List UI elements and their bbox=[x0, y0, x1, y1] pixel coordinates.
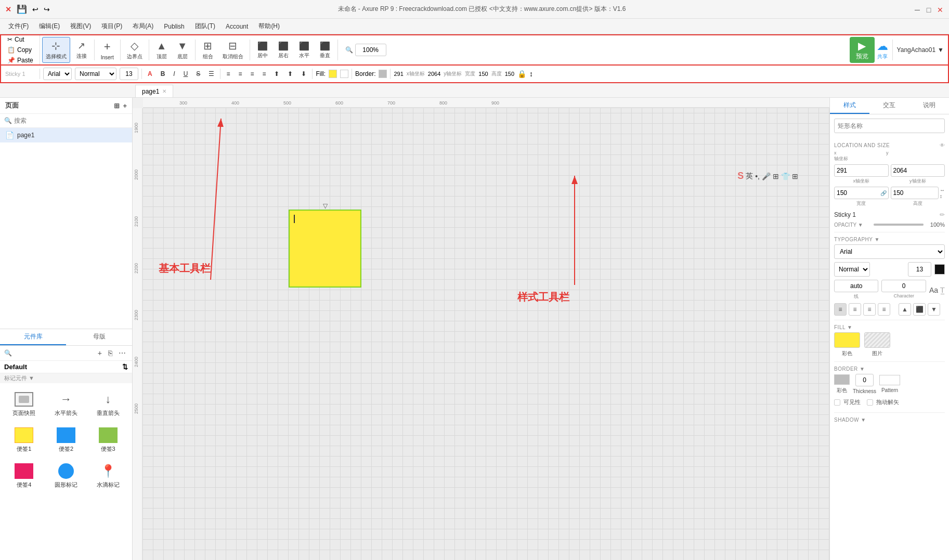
menu-edit[interactable]: 编辑(E) bbox=[35, 20, 64, 32]
redo-icon[interactable]: ↪ bbox=[44, 5, 50, 14]
comp-sticky2[interactable]: 便签2 bbox=[46, 423, 86, 457]
close-button[interactable]: ✕ bbox=[937, 6, 944, 13]
height-input[interactable] bbox=[891, 187, 939, 199]
user-dropdown-icon[interactable]: ▼ bbox=[938, 46, 944, 54]
comp-sticky4[interactable]: 便签4 bbox=[4, 459, 44, 493]
pages-add-icon[interactable]: + bbox=[123, 102, 127, 110]
menu-layout[interactable]: 布局(A) bbox=[128, 20, 158, 32]
comp-drop-marker[interactable]: 📍 水滴标记 bbox=[88, 459, 128, 493]
sticky-edit-icon[interactable]: ✏ bbox=[940, 211, 945, 218]
menu-file[interactable]: 文件(F) bbox=[4, 20, 33, 32]
zoom-input[interactable] bbox=[355, 44, 386, 56]
connect-button[interactable]: ↗ 连接 bbox=[72, 37, 91, 63]
comp-more-icon[interactable]: ⋯ bbox=[116, 348, 128, 358]
minimize-button[interactable]: ─ bbox=[914, 6, 921, 13]
x-coord-input[interactable] bbox=[834, 164, 889, 177]
component-search-input[interactable] bbox=[14, 349, 96, 357]
font-size-right-input[interactable] bbox=[908, 262, 931, 277]
comp-add-icon[interactable]: + bbox=[96, 348, 104, 358]
text-align-right[interactable]: ≡ bbox=[248, 69, 256, 79]
case-icon[interactable]: Aa bbox=[929, 286, 938, 294]
format-icon[interactable]: T̲ bbox=[940, 286, 945, 294]
opacity-slider[interactable] bbox=[874, 224, 924, 226]
tab-interaction[interactable]: 交互 bbox=[869, 98, 909, 114]
valign-top-btn[interactable]: ▲ bbox=[899, 303, 911, 316]
canvas-content[interactable]: 基本工具栏 样式工具栏 S 英 •, 🎤 ⊞ 👕 ⊞ bbox=[143, 108, 829, 560]
fill-opacity-swatch[interactable] bbox=[340, 70, 348, 78]
comp-copy-icon[interactable]: ⎘ bbox=[106, 348, 114, 358]
border-thickness-input[interactable] bbox=[855, 374, 874, 386]
tab-notes[interactable]: 说明 bbox=[909, 98, 949, 114]
menu-account[interactable]: Account bbox=[222, 21, 252, 32]
list-button[interactable]: ☰ bbox=[206, 69, 217, 79]
bottom-layer-button[interactable]: ▼ 底层 bbox=[173, 37, 192, 63]
visibility-icon[interactable]: 👁 bbox=[940, 142, 945, 148]
italic-button[interactable]: I bbox=[171, 69, 177, 79]
valign-mid-btn[interactable]: ⬛ bbox=[913, 303, 926, 316]
comp-v-arrow[interactable]: ↓ 垂直箭头 bbox=[88, 387, 128, 421]
font-color-button[interactable]: A bbox=[145, 69, 155, 79]
align-right-text-btn[interactable]: ≡ bbox=[863, 303, 876, 316]
underline-button[interactable]: U bbox=[181, 69, 191, 79]
preview-button[interactable]: ▶ 预览 bbox=[850, 37, 875, 63]
valign-bot-btn[interactable]: ▼ bbox=[928, 303, 940, 316]
menu-help[interactable]: 帮助(H) bbox=[254, 20, 284, 32]
visibility-checkbox[interactable] bbox=[834, 399, 840, 406]
share-button[interactable]: ☁ 共享 bbox=[877, 37, 888, 63]
page1-tab[interactable]: page1 ✕ bbox=[135, 85, 173, 97]
align-center-button[interactable]: ⬛ 居右 bbox=[274, 37, 293, 63]
font-family-right-select[interactable]: Arial bbox=[834, 244, 945, 259]
text-align-justify[interactable]: ≡ bbox=[259, 69, 268, 79]
page1-tab-close[interactable]: ✕ bbox=[162, 88, 166, 94]
align-left-text-btn[interactable]: ≡ bbox=[834, 303, 847, 316]
comp-circle-marker[interactable]: 圆形标记 bbox=[46, 459, 86, 493]
pages-search-input[interactable] bbox=[14, 117, 128, 124]
comp-h-arrow[interactable]: → 水平箭头 bbox=[46, 387, 86, 421]
y-coord-input[interactable] bbox=[891, 164, 945, 177]
edge-point-button[interactable]: ◇ 边界点 bbox=[124, 37, 146, 63]
fill-color-option[interactable]: 彩色 bbox=[834, 332, 860, 357]
select-mode-button[interactable]: ⊹ 选择模式 bbox=[42, 37, 70, 63]
char-spacing-input[interactable] bbox=[881, 280, 926, 292]
lock-ratio-icon[interactable]: 🔒 bbox=[517, 70, 526, 78]
text-valign-bot[interactable]: ⬇ bbox=[298, 69, 309, 79]
line-spacing-input[interactable] bbox=[834, 280, 878, 292]
align-left-button[interactable]: ⬛ 居中 bbox=[253, 37, 272, 63]
resize-icon[interactable]: ↕ bbox=[529, 70, 533, 78]
paste-button[interactable]: 📌 Paste bbox=[5, 56, 35, 65]
text-valign-top[interactable]: ⬆ bbox=[271, 69, 282, 79]
border-color-option[interactable]: 彩色 bbox=[834, 374, 850, 394]
insert-button[interactable]: + Insert bbox=[98, 37, 117, 63]
comp-sticky1[interactable]: 便签1 bbox=[4, 423, 44, 457]
font-style-select[interactable]: Normal bbox=[75, 68, 116, 80]
text-align-center[interactable]: ≡ bbox=[236, 69, 244, 79]
expand-icon[interactable]: ↔ bbox=[940, 187, 945, 193]
tab-style[interactable]: 样式 bbox=[830, 98, 869, 114]
menu-view[interactable]: 视图(V) bbox=[66, 20, 95, 32]
font-family-select[interactable]: Arial bbox=[43, 68, 72, 80]
text-align-left[interactable]: ≡ bbox=[224, 69, 232, 79]
lock-aspect-icon[interactable]: 🔗 bbox=[880, 190, 887, 196]
library-dropdown[interactable]: Default ⇅ bbox=[0, 361, 132, 373]
align-center-text-btn[interactable]: ≡ bbox=[849, 303, 861, 316]
ungroup-button[interactable]: ⊟ 取消组合 bbox=[219, 37, 246, 63]
text-valign-mid[interactable]: ⬆ bbox=[285, 69, 295, 79]
undo-icon[interactable]: ↩ bbox=[32, 5, 38, 14]
menu-project[interactable]: 项目(P) bbox=[97, 20, 126, 32]
bold-button[interactable]: B bbox=[158, 69, 168, 79]
pages-grid-icon[interactable]: ⊞ bbox=[114, 102, 120, 110]
fill-color-swatch[interactable] bbox=[329, 70, 337, 78]
maximize-button[interactable]: □ bbox=[925, 6, 932, 13]
font-style-right-select[interactable]: Normal bbox=[834, 262, 870, 277]
tab-masters[interactable]: 母版 bbox=[66, 329, 132, 345]
top-layer-button[interactable]: ▲ 顶层 bbox=[152, 37, 171, 63]
group-button[interactable]: ⊞ 组合 bbox=[199, 37, 217, 63]
expand-v-icon[interactable]: ↕ bbox=[940, 193, 945, 199]
tab-components[interactable]: 元件库 bbox=[0, 329, 66, 345]
copy-button[interactable]: 📋 Copy bbox=[5, 45, 35, 55]
menu-team[interactable]: 团队(T) bbox=[191, 20, 219, 32]
font-color-right-swatch[interactable] bbox=[934, 264, 945, 275]
sticky-note-element[interactable] bbox=[289, 210, 361, 288]
cut-button[interactable]: ✂ Cut bbox=[5, 35, 35, 44]
align-justify-text-btn[interactable]: ≡ bbox=[878, 303, 890, 316]
